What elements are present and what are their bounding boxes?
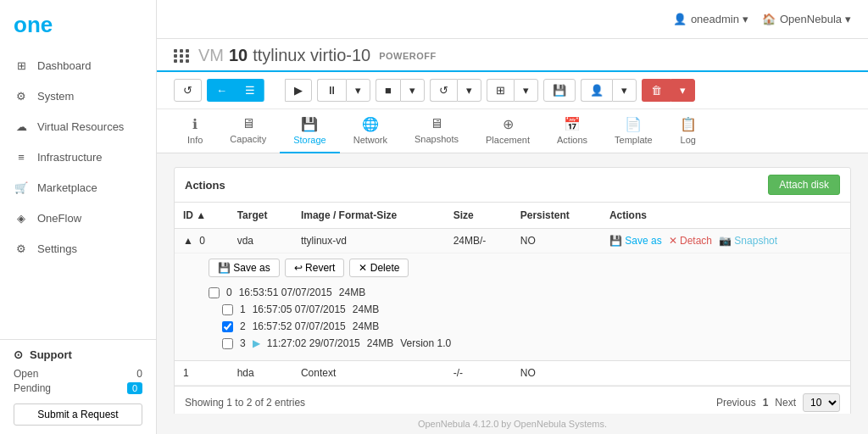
row-1-actions <box>601 361 850 386</box>
reload-button[interactable]: ↺ <box>430 79 457 102</box>
row-1-persistent: NO <box>512 361 601 386</box>
back-button[interactable]: ← <box>207 79 236 102</box>
reload-btn-group: ↺ ▾ <box>430 79 481 102</box>
reload-dropdown-button[interactable]: ▾ <box>457 79 481 102</box>
list-button[interactable]: ☰ <box>236 79 264 102</box>
next-button[interactable]: Next <box>775 397 796 409</box>
row-0-actions: 💾 Save as ✕ Detach 📷 Snapshot <box>601 229 850 253</box>
infrastructure-icon: ≡ <box>14 149 29 164</box>
topbar: 👤 oneadmin ▾ 🏠 OpenNebula ▾ <box>157 0 868 39</box>
vm-label: VM <box>198 46 224 65</box>
pause-dropdown-button[interactable]: ▾ <box>346 79 370 102</box>
tab-log[interactable]: 📋 Log <box>666 109 710 153</box>
refresh-button[interactable]: ↺ <box>174 79 202 102</box>
row-0-size: 24MB/- <box>445 229 512 253</box>
user-dropdown-icon: ▾ <box>743 13 748 25</box>
tab-info[interactable]: ℹ Info <box>174 109 216 153</box>
row-1-size: -/- <box>445 361 512 386</box>
snapshot-1-time: 16:57:05 07/07/2015 <box>253 303 346 315</box>
snapshot-1-size: 24MB <box>353 303 379 315</box>
sub-delete-button[interactable]: ✕ Delete <box>349 259 409 277</box>
sidebar-item-label: Virtual Resources <box>37 120 124 133</box>
content-area: Actions Attach disk ID ▲ Target Image / … <box>157 153 868 414</box>
sidebar-item-label: System <box>37 90 74 103</box>
sidebar-item-marketplace[interactable]: 🛒 Marketplace <box>0 172 156 203</box>
snapshot-0-id: 0 <box>226 287 232 298</box>
page-title-row: VM 10 ttylinux virtio-10 POWEROFF <box>174 46 851 70</box>
stop-button[interactable]: ■ <box>376 79 400 102</box>
cloud-dropdown-icon: ▾ <box>845 13 851 25</box>
snapshot-0-size: 24MB <box>339 287 365 298</box>
tab-template[interactable]: 📄 Template <box>601 109 666 153</box>
delete-button[interactable]: 🗑 <box>642 79 670 102</box>
pause-btn-group: ⏸ ▾ <box>317 79 370 102</box>
col-header-size: Size <box>445 203 512 229</box>
stop-btn-group: ■ ▾ <box>376 79 425 102</box>
main-content: 👤 oneadmin ▾ 🏠 OpenNebula ▾ VM 10 ttylin… <box>157 0 868 434</box>
snapshot-list: 0 16:53:51 07/07/2015 24MB 1 16:57:05 07… <box>209 284 833 352</box>
sidebar-item-settings[interactable]: ⚙ Settings <box>0 233 156 264</box>
snapshot-3-id: 3 <box>240 337 246 349</box>
view-button[interactable]: ⊞ <box>487 79 514 102</box>
table-row-expanded-content: 💾 Save as ↩ Revert ✕ Delete 0 16:53:51 0… <box>175 253 850 361</box>
play-button[interactable]: ▶ <box>285 79 312 102</box>
snapshot-2-checkbox[interactable] <box>222 321 233 332</box>
settings-icon: ⚙ <box>14 241 29 256</box>
row-1-image: Context <box>292 361 445 386</box>
tab-capacity[interactable]: 🖥 Capacity <box>216 109 280 153</box>
support-icon: ⊙ <box>14 348 23 361</box>
snapshot-0-checkbox[interactable] <box>209 287 220 298</box>
actions-icon: 📅 <box>564 116 581 132</box>
logo-text: one <box>14 12 53 37</box>
user-action-button[interactable]: 👤 <box>581 79 612 102</box>
snapshot-3-checkbox[interactable] <box>222 338 233 349</box>
user-menu[interactable]: 👤 oneadmin ▾ <box>673 13 748 25</box>
snapshot-3-note: Version 1.0 <box>400 337 451 349</box>
showing-label: Showing 1 to 2 of 2 entries <box>185 397 305 409</box>
sidebar-item-infrastructure[interactable]: ≡ Infrastructure <box>0 142 156 172</box>
row-0-expand: ▲ 0 <box>175 229 229 253</box>
tab-network[interactable]: 🌐 Network <box>340 109 401 153</box>
row-0-action-buttons: 💾 Save as ✕ Detach 📷 Snapshot <box>609 235 842 247</box>
save-button[interactable]: 💾 <box>543 79 576 102</box>
sidebar-item-virtual-resources[interactable]: ☁ Virtual Resources <box>0 111 156 142</box>
tab-actions[interactable]: 📅 Actions <box>543 109 601 153</box>
current-page: 1 <box>763 397 769 409</box>
cloud-menu[interactable]: 🏠 OpenNebula ▾ <box>762 13 851 25</box>
row-1-id: 1 <box>175 361 229 386</box>
submit-request-button[interactable]: Submit a Request <box>14 403 142 426</box>
tab-placement[interactable]: ⊕ Placement <box>472 109 543 153</box>
info-icon: ℹ <box>192 116 198 132</box>
col-header-id: ID ▲ <box>175 203 229 229</box>
view-dropdown-button[interactable]: ▾ <box>514 79 538 102</box>
cloud-icon: ☁ <box>14 119 29 134</box>
sidebar-item-system[interactable]: ⚙ System <box>0 81 156 111</box>
snapshot-2-size: 24MB <box>353 320 379 332</box>
table-row: ▲ 0 vda ttylinux-vd 24MB/- NO 💾 Save as … <box>175 229 850 253</box>
grid-menu-icon <box>174 49 190 63</box>
user-dropdown-button[interactable]: ▾ <box>612 79 637 102</box>
attach-disk-button[interactable]: Attach disk <box>768 175 840 195</box>
delete-dropdown-button[interactable]: ▾ <box>670 79 695 102</box>
detach-link[interactable]: ✕ Detach <box>669 235 712 247</box>
sidebar-item-dashboard[interactable]: ⊞ Dashboard <box>0 50 156 81</box>
row-1-target: hda <box>229 361 292 386</box>
tab-snapshots[interactable]: 🖥 Snapshots <box>401 109 472 153</box>
footer: OpenNebula 4.12.0 by OpenNebula Systems. <box>157 414 868 434</box>
sub-revert-button[interactable]: ↩ Revert <box>285 259 345 277</box>
save-as-link[interactable]: 💾 Save as <box>609 235 662 247</box>
pause-button[interactable]: ⏸ <box>317 79 346 102</box>
pagination-right: Previous 1 Next 10 25 50 <box>716 393 840 412</box>
sidebar-item-label: Marketplace <box>37 181 97 194</box>
storage-data-table: ID ▲ Target Image / Format-Size Size Per… <box>175 203 850 386</box>
per-page-select[interactable]: 10 25 50 <box>803 393 840 412</box>
tab-storage[interactable]: 💾 Storage <box>280 109 340 153</box>
snapshot-1-checkbox[interactable] <box>222 304 233 315</box>
snapshot-0-time: 16:53:51 07/07/2015 <box>239 287 332 298</box>
snapshot-link[interactable]: 📷 Snapshot <box>719 235 777 247</box>
placement-icon: ⊕ <box>503 116 514 132</box>
sidebar-item-oneflow[interactable]: ◈ OneFlow <box>0 203 156 233</box>
stop-dropdown-button[interactable]: ▾ <box>400 79 425 102</box>
sub-save-as-button[interactable]: 💾 Save as <box>209 259 280 277</box>
snapshot-3-time: 11:27:02 29/07/2015 <box>267 337 360 349</box>
